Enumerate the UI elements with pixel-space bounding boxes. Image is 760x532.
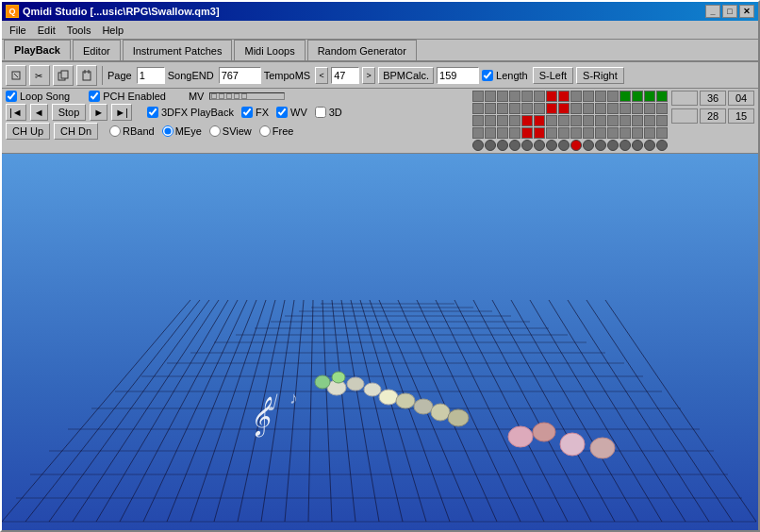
- seq-cell-0-3[interactable]: [509, 91, 520, 102]
- seq-cell-0-15[interactable]: [656, 91, 668, 102]
- seq-cell-3-10[interactable]: [595, 127, 606, 139]
- toolbar-cut-btn[interactable]: ✂: [29, 65, 50, 86]
- seq-cell-3-4[interactable]: [521, 127, 533, 139]
- prev-prev-button[interactable]: |◄: [6, 104, 26, 121]
- pch-enabled-checkbox[interactable]: [89, 91, 100, 102]
- seq-ind-3[interactable]: [509, 140, 520, 151]
- seq-cell-1-8[interactable]: [570, 103, 582, 114]
- rband-radio[interactable]: [109, 125, 121, 137]
- next-next-button[interactable]: ►|: [111, 104, 132, 121]
- seq-ind-11[interactable]: [607, 140, 619, 151]
- mv-slider[interactable]: [209, 92, 285, 100]
- ch-dn-button[interactable]: CH Dn: [54, 123, 98, 140]
- seq-ind-2[interactable]: [497, 140, 508, 151]
- seq-cell-2-8[interactable]: [570, 115, 582, 126]
- seq-cell-1-10[interactable]: [595, 103, 606, 114]
- seq-cell-2-12[interactable]: [620, 115, 631, 126]
- ch-up-button[interactable]: CH Up: [6, 123, 50, 140]
- seq-cell-1-13[interactable]: [632, 103, 643, 114]
- loop-song-label[interactable]: Loop Song: [6, 91, 70, 102]
- close-button[interactable]: ✕: [739, 5, 754, 18]
- seq-ind-1[interactable]: [485, 140, 496, 151]
- seq-cell-0-11[interactable]: [607, 91, 619, 102]
- dfx-playback-checkbox[interactable]: [147, 107, 158, 118]
- loop-song-checkbox[interactable]: [6, 91, 17, 102]
- seq-cell-3-6[interactable]: [546, 127, 557, 139]
- seq-ind-4[interactable]: [521, 140, 533, 151]
- pch-enabled-label[interactable]: PCH Enabled: [89, 91, 166, 102]
- seq-cell-2-5[interactable]: [534, 115, 545, 126]
- toolbar-copy-btn[interactable]: [53, 65, 74, 86]
- toolbar-select-btn[interactable]: [6, 65, 26, 86]
- seq-cell-3-13[interactable]: [632, 127, 643, 139]
- menu-tools[interactable]: Tools: [61, 23, 97, 38]
- tab-playback[interactable]: PlayBack: [4, 40, 71, 60]
- seq-cell-1-6[interactable]: [546, 103, 557, 114]
- meye-label[interactable]: MEye: [162, 125, 202, 137]
- seq-cell-1-0[interactable]: [472, 103, 484, 114]
- seq-ind-0[interactable]: [472, 140, 484, 151]
- seq-cell-2-10[interactable]: [595, 115, 606, 126]
- seq-cell-0-9[interactable]: [583, 91, 594, 102]
- seq-ind-9[interactable]: [583, 140, 594, 151]
- seq-cell-1-1[interactable]: [485, 103, 496, 114]
- seq-cell-0-7[interactable]: [558, 91, 570, 102]
- maximize-button[interactable]: □: [722, 5, 737, 18]
- seq-cell-2-6[interactable]: [546, 115, 557, 126]
- menu-help[interactable]: Help: [96, 23, 129, 38]
- seq-cell-1-11[interactable]: [607, 103, 619, 114]
- stop-button[interactable]: Stop: [52, 104, 87, 121]
- seq-cell-0-0[interactable]: [472, 91, 484, 102]
- seq-cell-2-13[interactable]: [632, 115, 643, 126]
- seq-cell-3-1[interactable]: [485, 127, 496, 139]
- seq-cell-3-0[interactable]: [472, 127, 484, 139]
- seq-cell-1-3[interactable]: [509, 103, 520, 114]
- seq-cell-3-15[interactable]: [656, 127, 668, 139]
- seq-cell-2-4[interactable]: [521, 115, 533, 126]
- tempo-right-btn[interactable]: >: [362, 67, 375, 84]
- seq-cell-2-15[interactable]: [656, 115, 668, 126]
- fx-checkbox[interactable]: [241, 107, 253, 118]
- seq-cell-0-5[interactable]: [534, 91, 545, 102]
- tab-random-generator[interactable]: Random Generator: [307, 40, 417, 60]
- minimize-button[interactable]: _: [705, 5, 720, 18]
- seq-cell-3-5[interactable]: [534, 127, 545, 139]
- seq-cell-0-6[interactable]: [546, 91, 557, 102]
- main-3d-view[interactable]: 𝄞 ♩ ♪: [2, 154, 758, 532]
- menu-file[interactable]: File: [4, 23, 32, 38]
- seq-cell-1-2[interactable]: [497, 103, 508, 114]
- bpm-calc-button[interactable]: BPMCalc.: [378, 67, 434, 84]
- seq-cell-2-3[interactable]: [509, 115, 520, 126]
- seq-ind-5[interactable]: [534, 140, 545, 151]
- seq-cell-3-8[interactable]: [570, 127, 582, 139]
- tab-instrument-patches[interactable]: Instrument Patches: [123, 40, 233, 60]
- tempo-left-btn[interactable]: <: [315, 67, 328, 84]
- rband-label[interactable]: RBand: [109, 125, 155, 137]
- page-input[interactable]: [137, 67, 165, 84]
- seq-cell-0-14[interactable]: [644, 91, 655, 102]
- song-end-input[interactable]: [219, 67, 261, 84]
- seq-cell-0-8[interactable]: [570, 91, 582, 102]
- seq-ind-15[interactable]: [656, 140, 668, 151]
- menu-edit[interactable]: Edit: [32, 23, 61, 38]
- seq-cell-2-2[interactable]: [497, 115, 508, 126]
- seq-cell-3-12[interactable]: [620, 127, 631, 139]
- seq-ind-14[interactable]: [644, 140, 655, 151]
- seq-cell-3-9[interactable]: [583, 127, 594, 139]
- next-button[interactable]: ►: [90, 104, 107, 121]
- seq-cell-1-4[interactable]: [521, 103, 533, 114]
- seq-cell-0-2[interactable]: [497, 91, 508, 102]
- seq-cell-2-11[interactable]: [607, 115, 619, 126]
- bpm-value-input[interactable]: [437, 67, 479, 84]
- seq-cell-1-5[interactable]: [534, 103, 545, 114]
- seq-cell-1-14[interactable]: [644, 103, 655, 114]
- free-label[interactable]: Free: [259, 125, 294, 137]
- prev-button[interactable]: ◄: [30, 104, 48, 121]
- seq-cell-0-4[interactable]: [521, 91, 533, 102]
- s-right-button[interactable]: S-Right: [576, 67, 624, 84]
- seq-ind-13[interactable]: [632, 140, 643, 151]
- seq-cell-1-9[interactable]: [583, 103, 594, 114]
- seq-cell-3-3[interactable]: [509, 127, 520, 139]
- tab-midi-loops[interactable]: Midi Loops: [234, 40, 305, 60]
- toolbar-paste-btn[interactable]: [76, 65, 97, 86]
